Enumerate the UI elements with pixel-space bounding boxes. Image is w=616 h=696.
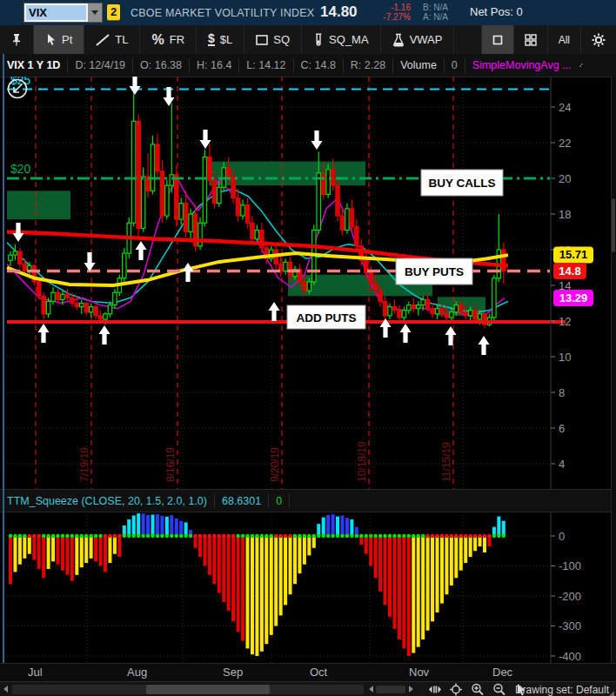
svg-text:-300: -300: [559, 619, 581, 632]
all-layout-button[interactable]: All: [547, 25, 580, 54]
svg-text:BUY PUTS: BUY PUTS: [405, 265, 464, 278]
single-cell-icon: [492, 35, 503, 45]
ohlc-close: C: 14.8: [294, 58, 344, 73]
squeeze-header: TTM_Squeeze (CLOSE, 20, 1.5, 2.0, 1.0) 6…: [0, 489, 616, 512]
svg-text:10: 10: [559, 351, 571, 364]
settings-button[interactable]: [580, 25, 616, 54]
price-level-tool-button[interactable]: $ $L: [197, 25, 244, 54]
squeeze-value: 68.6301: [215, 493, 269, 508]
svg-text:7/19/19: 7/19/19: [78, 447, 90, 482]
squeeze-gridlines: [7, 512, 550, 663]
dollar-icon: $: [208, 33, 215, 46]
chevron-down-icon: [91, 10, 98, 15]
svg-text:13.29: 13.29: [559, 291, 588, 304]
squeeze-zero-value: 0: [269, 493, 290, 508]
chart-header: VIX 1 Y 1D D: 12/4/19 O: 16.38 H: 16.4 L…: [0, 54, 616, 77]
squeeze-ma-study-button[interactable]: SQ_MA: [302, 25, 381, 54]
link-badge[interactable]: 2: [107, 4, 120, 20]
pointer-tool-button[interactable]: Pt: [34, 25, 84, 54]
fast-ma-lines: [7, 180, 508, 318]
ask-value: A: N/A: [423, 12, 448, 22]
right-pane-edge: [611, 77, 616, 663]
main-chart-canvas[interactable]: 7/19/198/16/199/20/1910/18/1911/15/19$25…: [0, 77, 616, 489]
grid-layout-button[interactable]: [513, 25, 547, 54]
time-axis[interactable]: JulAugSepOctNovDec: [0, 663, 616, 681]
single-chart-layout-button[interactable]: [481, 25, 513, 54]
rectangle-tool-button[interactable]: SQ: [244, 25, 302, 54]
right-scrollbar-thumb[interactable]: [612, 198, 615, 252]
change-percent: -7.27%: [376, 12, 411, 22]
symbol-dropdown-button[interactable]: [88, 3, 102, 22]
test-tube-icon: [313, 33, 324, 47]
support-resistance-zones: [7, 162, 485, 316]
left-pane-edge: [3, 54, 4, 663]
price-change: -1.16 -7.27%: [376, 3, 411, 22]
square-icon: [256, 35, 268, 45]
svg-text:11/15/19: 11/15/19: [440, 442, 452, 482]
svg-text:18: 18: [559, 208, 571, 221]
trendline-icon: [96, 34, 110, 46]
svg-text:6: 6: [559, 422, 565, 435]
pin-button[interactable]: [0, 25, 34, 54]
svg-text:8/16/19: 8/16/19: [164, 447, 177, 482]
volume-label: Volume: [393, 58, 445, 73]
svg-text:4: 4: [559, 458, 565, 471]
svg-text:9/20/19: 9/20/19: [269, 447, 281, 482]
study-label-ttm-squeeze[interactable]: TTM_Squeeze (CLOSE, 20, 1.5, 2.0, 1.0): [0, 493, 215, 508]
bid-value: B: N/A: [423, 3, 448, 12]
cursor-icon: [45, 33, 57, 46]
symbol-description: CBOE MARKET VOLATILITY INDEX: [131, 7, 314, 19]
squeeze-chart-canvas[interactable]: 0-100-200-300-400: [0, 512, 616, 663]
svg-text:-100: -100: [559, 559, 581, 572]
svg-text:0: 0: [559, 530, 565, 543]
svg-text:10/18/19: 10/18/19: [356, 441, 368, 482]
svg-text:$20: $20: [10, 162, 31, 176]
svg-text:15.71: 15.71: [559, 248, 588, 261]
month-label-nov: Nov: [409, 666, 429, 679]
last-price: 14.80: [320, 3, 358, 21]
toolbar-right-group: All: [481, 25, 616, 54]
svg-text:-400: -400: [559, 650, 581, 663]
svg-text:BUY CALLS: BUY CALLS: [428, 177, 495, 190]
pin-icon: [11, 33, 22, 46]
drawing-toolbar: Pt TL % FR $ $L SQ: [0, 25, 616, 55]
svg-text:ADD PUTS: ADD PUTS: [296, 311, 356, 325]
svg-text:22: 22: [559, 137, 571, 150]
ohlc-open: O: 16.38: [133, 58, 190, 73]
symbol-bar: VIX 2 CBOE MARKET VOLATILITY INDEX 14.80…: [0, 0, 616, 26]
trendline-tool-button[interactable]: TL: [84, 25, 140, 54]
fit-to-window-icon[interactable]: [579, 57, 583, 74]
svg-text:20: 20: [559, 172, 571, 185]
squeeze-axis: 0-100-200-300-400: [551, 512, 581, 663]
month-label-jul: Jul: [28, 666, 43, 679]
month-label-oct: Oct: [310, 666, 327, 679]
symbol-text[interactable]: VIX: [26, 5, 86, 20]
flask-icon: [392, 33, 405, 47]
svg-text:-200: -200: [559, 590, 581, 603]
chart-title: VIX 1 Y 1D: [0, 58, 68, 73]
ohlc-low: L: 14.12: [239, 58, 293, 73]
volume-value: 0: [445, 58, 465, 73]
status-bar: Drawing set: Default: [0, 681, 616, 696]
month-label-sep: Sep: [223, 666, 243, 679]
svg-text:12: 12: [559, 315, 571, 328]
vwap-study-button[interactable]: VWAP: [381, 25, 455, 54]
resize-grip[interactable]: [609, 691, 614, 696]
study-label-sma[interactable]: SimpleMovingAvg ...: [465, 58, 579, 73]
svg-text:8: 8: [559, 386, 565, 399]
change-value: -1.16: [376, 3, 411, 12]
percent-icon: %: [151, 32, 164, 48]
ohlc-high: H: 16.4: [190, 58, 239, 73]
month-label-aug: Aug: [127, 666, 147, 679]
main-price-axis: 242220181614121086415.7114.813.29: [551, 77, 593, 489]
ohlc-range: R: 2.28: [344, 58, 393, 73]
fib-retracement-tool-button[interactable]: % FR: [140, 25, 197, 54]
month-label-dec: Dec: [492, 666, 512, 679]
drawing-set-label[interactable]: Drawing set: Default: [0, 684, 609, 696]
net-position: Net Pos: 0: [470, 5, 523, 18]
ohlc-date: D: 12/4/19: [68, 58, 133, 73]
svg-text:14.8: 14.8: [559, 264, 580, 278]
svg-text:24: 24: [559, 101, 571, 114]
bid-ask: B: N/A A: N/A: [423, 3, 448, 22]
symbol-input[interactable]: VIX: [23, 3, 103, 23]
